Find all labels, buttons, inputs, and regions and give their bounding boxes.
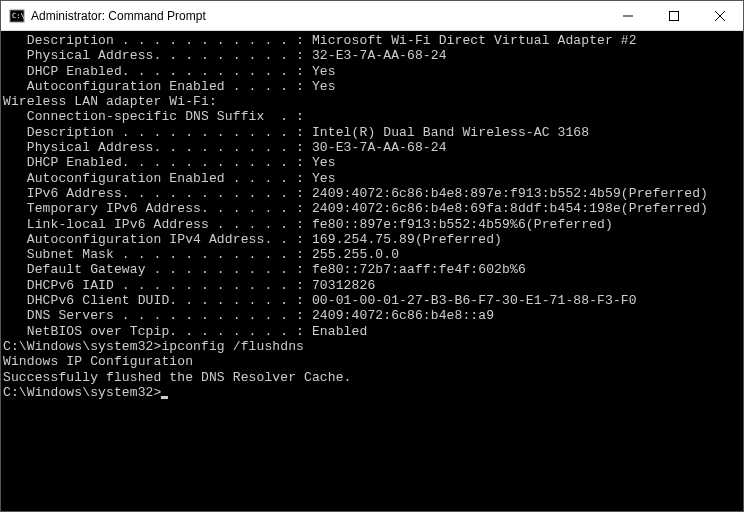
maximize-button[interactable] xyxy=(651,1,697,30)
terminal-line: Link-local IPv6 Address . . . . . : fe80… xyxy=(3,217,743,232)
command-prompt-window: C:\ Administrator: Command Prompt Descri… xyxy=(0,0,744,512)
terminal-line: DHCP Enabled. . . . . . . . . . . : Yes xyxy=(3,155,743,170)
minimize-button[interactable] xyxy=(605,1,651,30)
terminal-line: DHCPv6 Client DUID. . . . . . . . : 00-0… xyxy=(3,293,743,308)
terminal-line: Default Gateway . . . . . . . . . : fe80… xyxy=(3,262,743,277)
terminal-line: Autoconfiguration Enabled . . . . : Yes xyxy=(3,171,743,186)
terminal-line: Temporary IPv6 Address. . . . . . : 2409… xyxy=(3,201,743,216)
titlebar[interactable]: C:\ Administrator: Command Prompt xyxy=(1,1,743,31)
close-button[interactable] xyxy=(697,1,743,30)
terminal-line: Successfully flushed the DNS Resolver Ca… xyxy=(3,370,743,385)
terminal-line: IPv6 Address. . . . . . . . . . . : 2409… xyxy=(3,186,743,201)
terminal-line: DHCPv6 IAID . . . . . . . . . . . : 7031… xyxy=(3,278,743,293)
terminal-line: C:\Windows\system32>ipconfig /flushdns xyxy=(3,339,743,354)
terminal-line: NetBIOS over Tcpip. . . . . . . . : Enab… xyxy=(3,324,743,339)
terminal-line: Physical Address. . . . . . . . . : 32-E… xyxy=(3,48,743,63)
terminal-line: Connection-specific DNS Suffix . : xyxy=(3,109,743,124)
terminal-output[interactable]: Description . . . . . . . . . . . : Micr… xyxy=(1,31,743,511)
terminal-line: C:\Windows\system32> xyxy=(3,385,743,400)
terminal-line: Subnet Mask . . . . . . . . . . . : 255.… xyxy=(3,247,743,262)
cursor xyxy=(161,396,168,399)
terminal-line: Autoconfiguration IPv4 Address. . : 169.… xyxy=(3,232,743,247)
terminal-line: Wireless LAN adapter Wi-Fi: xyxy=(3,94,743,109)
svg-rect-3 xyxy=(670,11,679,20)
terminal-line: Description . . . . . . . . . . . : Inte… xyxy=(3,125,743,140)
svg-text:C:\: C:\ xyxy=(12,12,25,20)
terminal-line: Autoconfiguration Enabled . . . . : Yes xyxy=(3,79,743,94)
terminal-line: Physical Address. . . . . . . . . : 30-E… xyxy=(3,140,743,155)
terminal-line: DHCP Enabled. . . . . . . . . . . : Yes xyxy=(3,64,743,79)
terminal-line: Description . . . . . . . . . . . : Micr… xyxy=(3,33,743,48)
window-title: Administrator: Command Prompt xyxy=(31,9,605,23)
window-controls xyxy=(605,1,743,30)
terminal-line: Windows IP Configuration xyxy=(3,354,743,369)
terminal-line: DNS Servers . . . . . . . . . . . : 2409… xyxy=(3,308,743,323)
command-prompt-icon: C:\ xyxy=(9,8,25,24)
